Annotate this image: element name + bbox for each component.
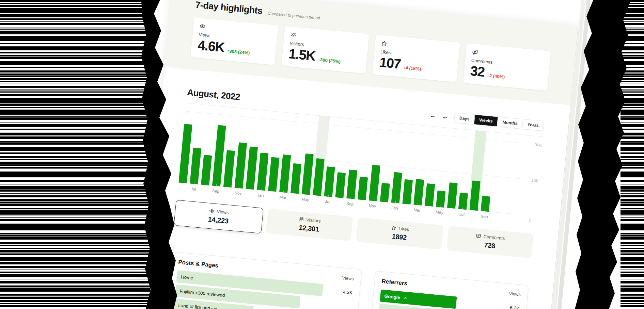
chart-bar[interactable] xyxy=(268,157,279,192)
x-axis-label: Sep xyxy=(476,213,492,219)
tab-label: Views xyxy=(217,209,229,215)
range-option-days[interactable]: Days xyxy=(454,113,475,124)
tab-value: 1892 xyxy=(392,232,407,242)
card-value: 32 xyxy=(470,64,485,79)
tab-value: 12,301 xyxy=(299,224,319,233)
chart-bar[interactable] xyxy=(391,172,402,204)
chart-bar[interactable] xyxy=(369,165,380,201)
card-value: 4.6K xyxy=(197,38,225,54)
card-delta: ↑903 (24%) xyxy=(227,48,250,55)
comment-icon xyxy=(476,233,481,239)
post-label: Fujifilm x100 reviewed xyxy=(179,288,225,298)
referrers-card: Referrers Views Google 6.2K xyxy=(367,271,529,309)
post-label: Home xyxy=(181,274,193,280)
x-axis-label: Nov xyxy=(231,190,246,196)
chevron-up-icon[interactable] xyxy=(403,295,407,300)
chart-bar[interactable] xyxy=(324,166,335,197)
dashboard-page: 7-day highlights Compared to previous pe… xyxy=(135,0,578,309)
chart-bar[interactable] xyxy=(201,155,212,185)
chart-bar[interactable] xyxy=(425,183,435,207)
post-views xyxy=(330,299,352,309)
chart-bar[interactable] xyxy=(335,172,346,198)
chart-bar[interactable] xyxy=(402,179,413,205)
tab-comments[interactable]: Comments 728 xyxy=(446,226,534,258)
chart-bar[interactable] xyxy=(481,196,490,212)
x-axis-label: Jan xyxy=(387,205,403,211)
referrers-title: Referrers xyxy=(381,278,408,287)
highlights-section: 7-day highlights Compared to previous pe… xyxy=(165,0,578,105)
period-title: August, 2022 xyxy=(187,87,240,103)
card-delta: ↓4 (15%) xyxy=(403,65,421,72)
left-torn-scan-edge xyxy=(0,0,150,309)
visitors-highlight-card[interactable]: Visitors 1.5K ↑300 (25%) xyxy=(281,26,369,74)
x-axis-label: Sep xyxy=(342,201,358,207)
posts-pages-card: Posts & Pages Views Home 4.3K Fujifilm x… xyxy=(164,251,362,309)
tab-views[interactable]: Views 14,223 xyxy=(174,200,264,233)
x-axis-label: May xyxy=(432,209,447,215)
chart-bar[interactable] xyxy=(235,142,247,189)
post-label: Land of fire and ice xyxy=(178,303,218,309)
page-title: 7-day highlights xyxy=(195,0,263,16)
chart-bar[interactable] xyxy=(458,193,468,210)
y-tick-15k: 15K xyxy=(523,177,539,183)
card-value: 107 xyxy=(379,55,401,71)
x-axis-label: Nov xyxy=(365,203,380,209)
chart-bar[interactable] xyxy=(246,146,258,190)
x-axis-label: May xyxy=(298,196,313,202)
x-axis-label: Jan xyxy=(253,192,268,198)
chart-bar[interactable] xyxy=(346,169,357,199)
views-column-header: Views xyxy=(342,275,354,281)
chart-bar[interactable] xyxy=(279,154,291,193)
y-tick-30k: 30K xyxy=(527,142,542,148)
x-axis-label: Jul xyxy=(320,199,335,205)
views-highlight-card[interactable]: Views 4.6K ↑903 (24%) xyxy=(190,17,278,65)
chart-bar[interactable] xyxy=(358,177,368,200)
chart-bar[interactable] xyxy=(380,183,390,202)
x-axis-label: Jul xyxy=(186,186,201,192)
posts-pages-title: Posts & Pages xyxy=(178,259,218,269)
y-tick-zero: 0 xyxy=(529,218,532,224)
post-views: 4.3K xyxy=(331,285,353,299)
chart-bar[interactable] xyxy=(436,191,445,208)
tab-visitors[interactable]: Visitors 12,301 xyxy=(266,209,353,241)
x-axis-label: Mar xyxy=(409,207,425,213)
eye-icon xyxy=(209,208,215,214)
visitors-icon xyxy=(299,216,304,222)
range-option-years[interactable]: Years xyxy=(522,119,544,131)
comparison-note: Compared to previous period xyxy=(267,11,320,21)
card-delta: ↓2 (40%) xyxy=(487,73,505,80)
tab-label: Likes xyxy=(398,226,409,232)
range-segmented-control: Days Weeks Months Years xyxy=(454,112,544,131)
range-option-weeks[interactable]: Weeks xyxy=(474,115,498,126)
referrer-views: 6.2K xyxy=(498,300,520,309)
prev-period-button[interactable]: ← xyxy=(429,112,437,119)
chart-bar[interactable] xyxy=(447,182,458,209)
comments-highlight-card[interactable]: Comments 32 ↓2 (40%) xyxy=(463,43,551,91)
next-period-button[interactable]: → xyxy=(441,113,449,120)
tab-label: Comments xyxy=(483,234,505,241)
chart-bar[interactable] xyxy=(190,148,201,184)
card-delta: ↑300 (25%) xyxy=(318,57,341,64)
tab-value: 14,223 xyxy=(207,215,229,225)
chart-bar[interactable] xyxy=(223,150,235,188)
referrer-label: Google xyxy=(384,293,400,300)
chart-bar[interactable] xyxy=(290,163,301,194)
views-column-header: Views xyxy=(509,291,521,297)
star-icon xyxy=(391,225,396,231)
x-axis-label: Sep xyxy=(208,188,223,194)
range-option-months[interactable]: Months xyxy=(497,117,523,129)
likes-highlight-card[interactable]: Likes 107 ↓4 (15%) xyxy=(372,35,460,82)
x-axis-label: Mar xyxy=(275,194,290,200)
chart-bar[interactable] xyxy=(413,179,424,206)
tab-value: 728 xyxy=(484,241,496,250)
right-torn-scan-edge xyxy=(621,0,644,309)
chart-bar[interactable] xyxy=(257,152,268,191)
x-axis-label: Jul xyxy=(454,211,470,217)
card-value: 1.5K xyxy=(288,46,316,63)
chart-bar[interactable] xyxy=(178,124,192,183)
tab-likes[interactable]: Likes 1892 xyxy=(356,217,443,249)
tab-label: Visitors xyxy=(306,217,321,224)
